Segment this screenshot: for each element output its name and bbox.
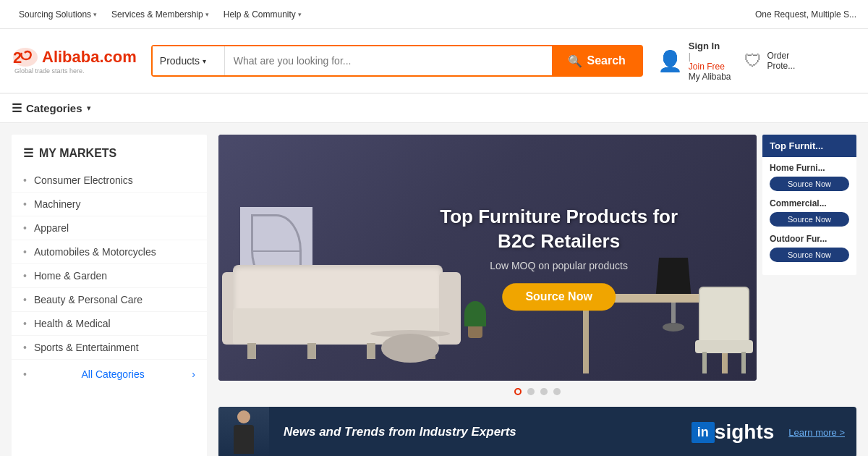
right-panel-item-home-furni: Home Furni... Source Now [770,163,849,191]
banner-headline: Top Furniture Products forB2C Retailers [440,205,678,254]
hamburger-icon: ☰ [12,101,22,115]
person-figure [229,410,258,456]
sidebar-item-beauty[interactable]: Beauty & Personal Care [12,288,207,312]
chevron-down-icon: ▾ [298,11,302,18]
banner-source-now-button[interactable]: Source Now [502,283,615,311]
join-free-link[interactable]: Join Free [689,62,725,72]
banner-row: Top Furniture Products forB2C Retailers … [218,135,856,381]
chair-leg [702,352,707,373]
search-bar: Products ▾ 🔍 Search [151,45,643,77]
sidebar-item-health[interactable]: Health & Medical [12,312,207,336]
chevron-right-icon: › [192,368,195,380]
search-category-dropdown[interactable]: Products ▾ [153,46,225,75]
top-bar: Sourcing Solutions ▾ Services & Membersh… [0,0,868,29]
in-box: in [692,422,715,443]
right-panel-item-label: Commercial... [770,198,849,208]
banner-dots [218,381,856,400]
dot-3[interactable] [540,388,548,395]
top-right-text: One Request, Multiple S... [755,9,856,20]
sign-in-link[interactable]: Sign In [689,41,720,51]
insights-badge: in sights [692,421,774,444]
sidebar: ☰ MY MARKETS Consumer Electronics Machin… [12,135,207,456]
search-icon: 🔍 [568,54,582,68]
chevron-down-icon: ▾ [205,11,209,18]
alibaba-logo-icon: 2 [12,47,39,67]
auth-area: 👤 Sign In | Join Free My Alibaba 🛡 Order… [658,41,802,82]
right-panel-container: Top Furnit... Home Furni... Source Now C… [762,135,856,275]
desk-leg-left [583,301,589,373]
main-banner: Top Furniture Products forB2C Retailers … [218,135,757,381]
help-community-link[interactable]: Help & Community ▾ [216,9,309,20]
chevron-down-icon: ▾ [87,104,91,113]
sights-text: sights [715,421,774,444]
sidebar-title: ☰ MY MARKETS [12,146,207,169]
bottom-banner: News and Trends from Industry Experts in… [218,407,856,456]
sidebar-item-home-garden[interactable]: Home & Garden [12,264,207,288]
lamp-base [663,323,684,332]
source-now-button-outdoor[interactable]: Source Now [770,248,849,262]
content-area: ☰ MY MARKETS Consumer Electronics Machin… [0,123,868,456]
chevron-down-icon: ▾ [93,11,97,18]
dot-4[interactable] [553,388,561,395]
person-body [234,425,254,454]
categories-bar: ☰ Categories ▾ [0,94,868,123]
auth-signin: Sign In | Join Free My Alibaba [689,41,731,82]
person-head [237,410,250,423]
right-panel-item-label: Outdoor Fur... [770,234,849,244]
logo-area: 2 Alibaba.com Global trade starts here. [12,47,137,75]
right-panel-item-outdoor: Outdoor Fur... Source Now [770,234,849,262]
main-content: Top Furniture Products forB2C Retailers … [218,135,856,456]
ct-body [381,334,439,363]
sidebar-item-machinery[interactable]: Machinery [12,193,207,216]
right-panels: Top Furnit... Home Furni... Source Now C… [762,135,856,381]
dot-2[interactable] [527,388,535,395]
dot-1[interactable] [514,388,522,395]
right-panel-body: Home Furni... Source Now Commercial... S… [762,157,856,275]
chair-back [699,287,749,345]
logo-text: Alibaba.com [42,48,137,67]
bottom-banner-text: News and Trends from Industry Experts [269,425,692,439]
sofa-leg [307,343,316,359]
sidebar-item-sports[interactable]: Sports & Entertainment [12,336,207,360]
source-now-button-commercial[interactable]: Source Now [770,212,849,227]
learn-more-link[interactable]: Learn more > [788,427,845,438]
categories-button[interactable]: ☰ Categories ▾ [12,101,91,115]
right-panel-item-label: Home Furni... [770,163,849,173]
source-now-button-home[interactable]: Source Now [770,177,849,191]
search-input[interactable] [225,55,553,67]
plant-pot [468,326,482,338]
sidebar-all-categories[interactable]: All Categories › [12,363,207,386]
hamburger-icon: ☰ [23,146,33,160]
logo-tagline: Global trade starts here. [14,67,85,75]
banner-text-overlay: Top Furniture Products forB2C Retailers … [440,205,678,311]
chair-leg [741,352,746,373]
top-nav-links: Sourcing Solutions ▾ Services & Membersh… [12,9,309,20]
sidebar-item-automobiles[interactable]: Automobiles & Motorcycles [12,240,207,264]
chevron-down-icon: ▾ [203,57,206,65]
user-icon: 👤 [658,49,683,73]
my-alibaba-link[interactable]: My Alibaba [689,72,731,82]
sofa-leg [247,343,256,359]
order-icon: 🛡 [744,51,762,71]
right-panel-item-commercial: Commercial... Source Now [770,198,849,227]
order-protect: Order Prote... [767,51,796,71]
services-membership-link[interactable]: Services & Membership ▾ [104,9,216,20]
sidebar-item-consumer-electronics[interactable]: Consumer Electronics [12,169,207,193]
sidebar-item-apparel[interactable]: Apparel [12,216,207,240]
sourcing-solutions-link[interactable]: Sourcing Solutions ▾ [12,9,104,20]
main-header: 2 Alibaba.com Global trade starts here. … [0,29,868,94]
svg-text:2: 2 [13,48,22,67]
coffee-table [370,330,450,370]
right-panel-header: Top Furnit... [762,135,856,157]
search-button[interactable]: 🔍 Search [552,46,641,75]
logo[interactable]: 2 Alibaba.com [12,47,137,67]
banner-subtext: Low MOQ on popular products [440,260,678,271]
chair [692,279,757,373]
person-figure-container [218,407,269,456]
